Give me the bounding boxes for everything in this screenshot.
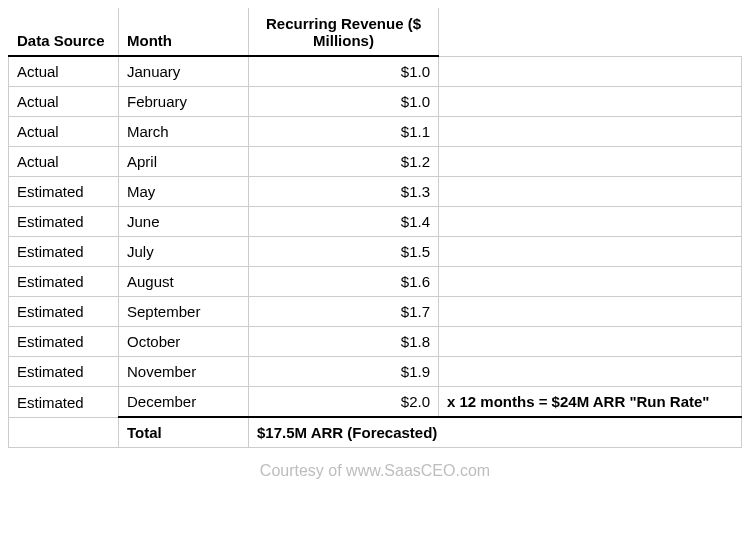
cell-month: April [119, 147, 249, 177]
total-label: Total [119, 417, 249, 448]
cell-revenue: $1.8 [249, 327, 439, 357]
cell-revenue: $1.9 [249, 357, 439, 387]
cell-note [439, 117, 742, 147]
cell-revenue: $1.1 [249, 117, 439, 147]
cell-month: July [119, 237, 249, 267]
cell-month: December [119, 387, 249, 418]
table-row: ActualFebruary$1.0 [9, 87, 742, 117]
cell-month: March [119, 117, 249, 147]
table-row: EstimatedSeptember$1.7 [9, 297, 742, 327]
footer-credit: Courtesy of www.SaasCEO.com [8, 448, 742, 480]
table-row: EstimatedAugust$1.6 [9, 267, 742, 297]
cell-month: February [119, 87, 249, 117]
cell-revenue: $1.0 [249, 56, 439, 87]
table-row: EstimatedMay$1.3 [9, 177, 742, 207]
table-row: EstimatedJune$1.4 [9, 207, 742, 237]
cell-revenue: $1.2 [249, 147, 439, 177]
table-row: EstimatedJuly$1.5 [9, 237, 742, 267]
cell-revenue: $1.0 [249, 87, 439, 117]
cell-data-source: Estimated [9, 237, 119, 267]
cell-data-source: Estimated [9, 357, 119, 387]
cell-note [439, 207, 742, 237]
cell-month: May [119, 177, 249, 207]
cell-month: August [119, 267, 249, 297]
cell-data-source: Estimated [9, 177, 119, 207]
cell-data-source: Actual [9, 87, 119, 117]
table-row: EstimatedOctober$1.8 [9, 327, 742, 357]
cell-revenue: $1.4 [249, 207, 439, 237]
header-data-source: Data Source [9, 9, 119, 57]
total-row: Total $17.5M ARR (Forecasted) [9, 417, 742, 448]
cell-month: June [119, 207, 249, 237]
header-revenue: Recurring Revenue ($ Millions) [249, 9, 439, 57]
cell-month: January [119, 56, 249, 87]
total-blank [9, 417, 119, 448]
cell-data-source: Actual [9, 147, 119, 177]
cell-data-source: Estimated [9, 327, 119, 357]
cell-note [439, 327, 742, 357]
cell-note [439, 267, 742, 297]
cell-note [439, 177, 742, 207]
cell-revenue: $1.3 [249, 177, 439, 207]
total-value: $17.5M ARR (Forecasted) [249, 417, 742, 448]
header-month: Month [119, 9, 249, 57]
table-header-row: Data Source Month Recurring Revenue ($ M… [9, 9, 742, 57]
cell-revenue: $2.0 [249, 387, 439, 418]
header-blank [439, 9, 742, 57]
table-row: EstimatedDecember$2.0x 12 months = $24M … [9, 387, 742, 418]
cell-data-source: Actual [9, 117, 119, 147]
cell-note [439, 297, 742, 327]
cell-note: x 12 months = $24M ARR "Run Rate" [439, 387, 742, 418]
cell-data-source: Estimated [9, 387, 119, 418]
cell-data-source: Estimated [9, 297, 119, 327]
cell-note [439, 357, 742, 387]
cell-note [439, 56, 742, 87]
table-row: ActualMarch$1.1 [9, 117, 742, 147]
cell-note [439, 237, 742, 267]
cell-data-source: Actual [9, 56, 119, 87]
cell-data-source: Estimated [9, 267, 119, 297]
cell-note [439, 147, 742, 177]
table-row: ActualApril$1.2 [9, 147, 742, 177]
cell-note [439, 87, 742, 117]
cell-revenue: $1.7 [249, 297, 439, 327]
cell-month: September [119, 297, 249, 327]
cell-month: November [119, 357, 249, 387]
cell-month: October [119, 327, 249, 357]
table-row: ActualJanuary$1.0 [9, 56, 742, 87]
cell-revenue: $1.6 [249, 267, 439, 297]
table-row: EstimatedNovember$1.9 [9, 357, 742, 387]
revenue-table: Data Source Month Recurring Revenue ($ M… [8, 8, 742, 448]
cell-revenue: $1.5 [249, 237, 439, 267]
cell-data-source: Estimated [9, 207, 119, 237]
